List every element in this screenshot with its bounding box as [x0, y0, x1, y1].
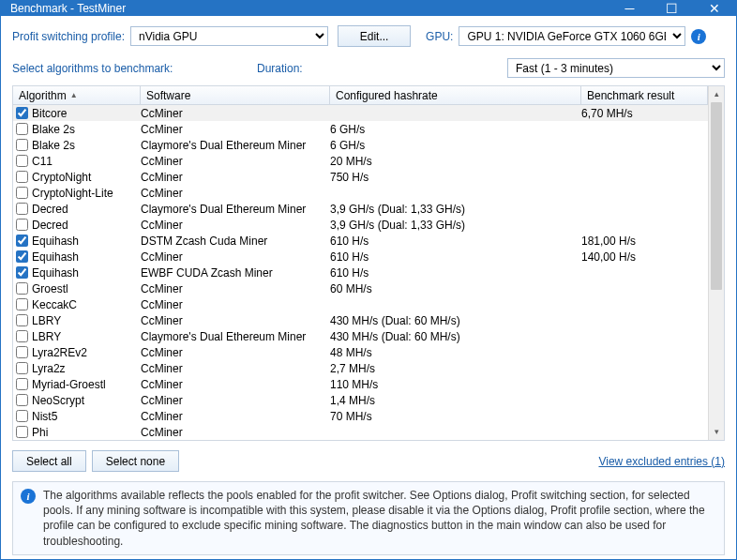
row-checkbox-cell	[13, 314, 30, 326]
gpu-select[interactable]: GPU 1: NVIDIA GeForce GTX 1060 6GB	[459, 26, 685, 46]
row-checkbox-cell	[13, 139, 30, 151]
row-checkbox[interactable]	[16, 123, 28, 135]
scrollbar[interactable]: ▴ ▾	[708, 86, 724, 440]
table-row[interactable]: C11CcMiner20 MH/s	[13, 153, 708, 169]
col-algorithm[interactable]: Algorithm▲	[13, 86, 141, 104]
table-row[interactable]: LBRYCcMiner430 MH/s (Dual: 60 MH/s)	[13, 312, 708, 328]
col-benchmark[interactable]: Benchmark result	[581, 86, 708, 104]
cell-hashrate: 1,4 MH/s	[330, 394, 581, 407]
cell-hashrate: 610 H/s	[330, 235, 581, 248]
table-row[interactable]: EquihashCcMiner610 H/s140,00 H/s	[13, 249, 708, 265]
select-all-button[interactable]: Select all	[12, 450, 86, 472]
table-row[interactable]: DecredClaymore's Dual Ethereum Miner3,9 …	[13, 201, 708, 217]
table-row[interactable]: BitcoreCcMiner6,70 MH/s	[13, 105, 708, 121]
table-row[interactable]: CryptoNight-LiteCcMiner	[13, 185, 708, 201]
row-checkbox[interactable]	[16, 107, 28, 119]
row-checkbox-cell	[13, 298, 30, 310]
cell-software: CcMiner	[141, 219, 330, 232]
table-row[interactable]: Nist5CcMiner70 MH/s	[13, 408, 708, 424]
cell-algorithm: Phi	[30, 426, 141, 439]
row-checkbox[interactable]	[16, 330, 28, 342]
content-area: Profit switching profile: nVidia GPU Edi…	[1, 16, 736, 560]
row-checkbox[interactable]	[16, 250, 28, 263]
view-excluded-link[interactable]: View excluded entries (1)	[598, 455, 725, 468]
cell-hashrate: 610 H/s	[330, 266, 581, 280]
window-controls: ─ ☐ ✕	[609, 1, 736, 16]
row-checkbox[interactable]	[16, 298, 28, 310]
cell-algorithm: C11	[30, 155, 141, 168]
table-row[interactable]: NeoScryptCcMiner1,4 MH/s	[13, 392, 708, 408]
table-row[interactable]: GroestlCcMiner60 MH/s	[13, 280, 708, 296]
cell-algorithm: LBRY	[30, 314, 141, 327]
row-checkbox[interactable]	[16, 346, 28, 358]
row-checkbox[interactable]	[16, 362, 28, 374]
row-checkbox[interactable]	[16, 155, 28, 167]
row-checkbox[interactable]	[16, 235, 28, 247]
cell-software: Claymore's Dual Ethereum Miner	[141, 139, 330, 152]
table-row[interactable]: Lyra2REv2CcMiner48 MH/s	[13, 344, 708, 360]
row-checkbox-cell	[13, 123, 30, 135]
row-checkbox[interactable]	[16, 378, 28, 390]
table-body: BitcoreCcMiner6,70 MH/sBlake 2sCcMiner6 …	[13, 105, 708, 440]
row-checkbox-cell	[13, 346, 30, 358]
cell-software: CcMiner	[141, 314, 330, 327]
cell-software: CcMiner	[141, 171, 330, 184]
table-row[interactable]: Lyra2zCcMiner2,7 MH/s	[13, 360, 708, 376]
row-checkbox[interactable]	[16, 314, 28, 326]
row-checkbox[interactable]	[16, 187, 28, 199]
gpu-label: GPU:	[426, 30, 453, 43]
info-icon: i	[21, 489, 36, 504]
scroll-up-icon[interactable]: ▴	[709, 86, 724, 102]
scroll-down-icon[interactable]: ▾	[709, 424, 724, 440]
minimize-button[interactable]: ─	[609, 1, 651, 16]
row-checkbox-cell	[13, 107, 30, 119]
row-checkbox[interactable]	[16, 139, 28, 151]
row-checkbox[interactable]	[16, 394, 28, 406]
maximize-button[interactable]: ☐	[651, 1, 693, 16]
select-algos-label: Select algorithms to benchmark:	[12, 62, 251, 75]
table-row[interactable]: EquihashDSTM Zcash Cuda Miner610 H/s181,…	[13, 233, 708, 249]
col-hashrate[interactable]: Configured hashrate	[330, 86, 581, 104]
table-row[interactable]: Blake 2sCcMiner6 GH/s	[13, 121, 708, 137]
table-row[interactable]: CryptoNightCcMiner750 H/s	[13, 169, 708, 185]
cell-software: CcMiner	[141, 426, 330, 439]
table-row[interactable]: EquihashEWBF CUDA Zcash Miner610 H/s	[13, 265, 708, 280]
duration-select[interactable]: Fast (1 - 3 minutes)	[507, 58, 725, 78]
cell-hashrate: 20 MH/s	[330, 155, 581, 168]
cell-algorithm: Blake 2s	[30, 123, 141, 136]
cell-algorithm: Groestl	[30, 282, 141, 295]
cell-hashrate: 48 MH/s	[330, 346, 581, 359]
row-checkbox-cell	[13, 235, 30, 247]
select-none-button[interactable]: Select none	[92, 450, 179, 472]
row-checkbox[interactable]	[16, 410, 28, 422]
info-text: The algorithms available reflects the po…	[43, 488, 716, 549]
profile-row: Profit switching profile: nVidia GPU Edi…	[12, 25, 725, 47]
cell-software: CcMiner	[141, 378, 330, 391]
table-row[interactable]: Myriad-GroestlCcMiner110 MH/s	[13, 376, 708, 392]
cell-hashrate: 6 GH/s	[330, 139, 581, 152]
table-row[interactable]: LBRYClaymore's Dual Ethereum Miner430 MH…	[13, 328, 708, 344]
row-checkbox[interactable]	[16, 219, 28, 231]
row-checkbox[interactable]	[16, 171, 28, 183]
cell-algorithm: Lyra2z	[30, 362, 141, 375]
info-icon[interactable]: i	[691, 29, 706, 44]
col-software[interactable]: Software	[141, 86, 330, 104]
profile-select[interactable]: nVidia GPU	[130, 26, 328, 46]
row-checkbox[interactable]	[16, 282, 28, 295]
table-row[interactable]: KeccakCCcMiner	[13, 296, 708, 312]
cell-algorithm: KeccakC	[30, 298, 141, 311]
cell-algorithm: Equihash	[30, 235, 141, 248]
row-checkbox[interactable]	[16, 203, 28, 215]
cell-hashrate: 430 MH/s (Dual: 60 MH/s)	[330, 314, 581, 327]
row-checkbox[interactable]	[16, 266, 28, 279]
row-checkbox[interactable]	[16, 426, 28, 438]
close-window-button[interactable]: ✕	[693, 1, 736, 16]
table-row[interactable]: PhiCcMiner	[13, 424, 708, 440]
row-checkbox-cell	[13, 282, 30, 295]
table-row[interactable]: DecredCcMiner3,9 GH/s (Dual: 1,33 GH/s)	[13, 217, 708, 233]
sort-asc-icon: ▲	[70, 91, 78, 99]
edit-button[interactable]: Edit...	[338, 25, 411, 47]
table-row[interactable]: Blake 2sClaymore's Dual Ethereum Miner6 …	[13, 137, 708, 153]
scroll-thumb[interactable]	[711, 102, 722, 290]
cell-software: CcMiner	[141, 107, 330, 120]
